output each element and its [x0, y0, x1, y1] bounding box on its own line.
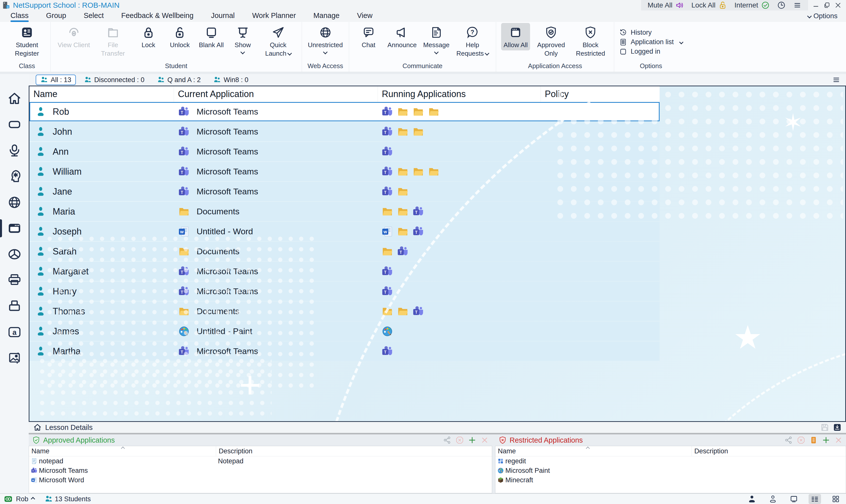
ribbon-button-block-restricted[interactable]: Block Restricted: [572, 23, 609, 59]
ribbon-button-show[interactable]: Show: [228, 23, 257, 55]
ribbon-button-label: Help Requests: [456, 41, 489, 58]
ribbon-button-blank-all[interactable]: Blank All: [197, 23, 226, 50]
sidebar-item-pie[interactable]: [0, 241, 29, 267]
clock-button[interactable]: [777, 1, 786, 10]
sidebar-item-screen[interactable]: [0, 111, 29, 138]
chevron-down-icon: [679, 40, 683, 44]
block-button[interactable]: [797, 436, 805, 444]
app-row-regedit[interactable]: regedit: [496, 456, 846, 466]
view-monitor-view-button[interactable]: [788, 494, 800, 504]
ribbon-group-label: Student: [56, 61, 297, 72]
column-header-policy[interactable]: Policy: [541, 86, 660, 102]
sidebar-item-app-window[interactable]: [0, 215, 29, 241]
ribbon-tab-class[interactable]: Class: [9, 12, 30, 22]
ribbon-button-unlock[interactable]: Unlock: [165, 23, 194, 50]
block-button[interactable]: [456, 436, 464, 444]
ribbon-button-label: Message: [423, 41, 450, 49]
column-header-name[interactable]: Name: [30, 86, 174, 102]
student-row-henry[interactable]: HenryTMicrosoft TeamsT: [30, 282, 660, 301]
view-grid-view-button[interactable]: [830, 494, 842, 504]
app-row-microsoft-paint[interactable]: Microsoft Paint: [496, 466, 846, 475]
ribbon-button-quick-launch[interactable]: Quick Launch: [260, 23, 297, 59]
column-header-name[interactable]: Name: [496, 446, 691, 456]
ribbon-button-unrestricted[interactable]: Unrestricted: [307, 23, 344, 55]
ribbon-button-chat[interactable]: Chat: [354, 23, 383, 50]
app-row-minecraft[interactable]: Minecraft: [496, 475, 846, 485]
group-tab-win8-0[interactable]: Win8 : 0: [209, 75, 253, 85]
app-row-notepad[interactable]: notepadNotepad: [29, 456, 492, 466]
group-tab-disconnected-0[interactable]: Disconnected : 0: [79, 75, 149, 85]
mute-all-toggle[interactable]: Mute All: [648, 1, 684, 10]
window-minimize-button[interactable]: [812, 1, 821, 10]
ribbon-tab-work-planner[interactable]: Work Planner: [251, 12, 298, 22]
column-header-description[interactable]: Description: [216, 446, 492, 456]
app-row-microsoft-teams[interactable]: TMicrosoft Teams: [29, 466, 492, 475]
group-tab-all-13[interactable]: All : 13: [36, 75, 76, 85]
student-row-thomas[interactable]: ThomasDocumentsT: [30, 302, 660, 321]
ribbon-tab-journal[interactable]: Journal: [210, 12, 236, 22]
share-button[interactable]: [443, 436, 451, 444]
column-header-running-applications[interactable]: Running Applications: [378, 86, 541, 102]
student-row-jane[interactable]: JaneTMicrosoft TeamsT: [30, 182, 660, 201]
group-tab-q-and-a-2[interactable]: Q and A : 2: [152, 75, 205, 85]
view-person-outline-button[interactable]: [767, 494, 779, 504]
ribbon-tab-view[interactable]: View: [355, 12, 374, 22]
plus-button[interactable]: [822, 436, 830, 444]
sidebar-item-letter-a[interactable]: a: [0, 319, 29, 345]
column-header-current-application[interactable]: Current Application: [174, 86, 378, 102]
ribbon-tab-feedback-wellbeing[interactable]: Feedback & Wellbeing: [120, 12, 195, 22]
student-row-martha[interactable]: MarthaTMicrosoft TeamsT: [30, 342, 660, 361]
ribbon-button-student-register[interactable]: Student Register: [8, 23, 46, 59]
chevron-down-icon: [485, 51, 489, 55]
ribbon-option-application-list[interactable]: Application list: [619, 38, 683, 46]
close-x-button[interactable]: [481, 436, 489, 444]
sidebar-item-head-wellbeing[interactable]: [0, 163, 29, 190]
student-row-james[interactable]: JamesUntitled - Paint: [30, 322, 660, 341]
window-maximize-button[interactable]: [823, 1, 831, 10]
app-row-microsoft-word[interactable]: WMicrosoft Word: [29, 475, 492, 485]
lock-all-toggle[interactable]: Lock All: [691, 1, 727, 10]
sidebar-item-image[interactable]: [0, 345, 29, 371]
save-icon[interactable]: [821, 423, 829, 432]
ribbon-option-history[interactable]: History: [619, 29, 683, 37]
share-button[interactable]: [785, 436, 793, 444]
export-icon[interactable]: [833, 423, 842, 432]
student-row-rob[interactable]: RobTMicrosoft TeamsT: [30, 102, 660, 121]
student-row-sarah[interactable]: SarahDocumentsT: [30, 242, 660, 261]
ribbon-button-lock[interactable]: Lock: [134, 23, 163, 50]
tutor-selector[interactable]: Rob: [16, 495, 34, 503]
ribbon-button-message[interactable]: Message: [421, 23, 452, 55]
ribbon-button-allow-all[interactable]: Allow All: [501, 23, 530, 50]
ribbon-button-help-requests[interactable]: ?Help Requests: [454, 23, 491, 59]
ribbon-button-announce[interactable]: Announce: [385, 23, 419, 50]
student-row-ann[interactable]: AnnTMicrosoft TeamsT: [30, 142, 660, 161]
column-header-description[interactable]: Description: [691, 446, 846, 456]
list-menu-button[interactable]: [832, 76, 841, 84]
ribbon-button-file-transfer[interactable]: File Transfer: [94, 23, 131, 59]
ribbon-button-view-client[interactable]: View Client: [56, 23, 92, 50]
plus-button[interactable]: [468, 436, 476, 444]
view-list-view-button[interactable]: [809, 494, 821, 504]
ribbon-option-logged-in[interactable]: Logged in: [619, 48, 683, 56]
student-row-william[interactable]: WilliamTMicrosoft TeamsT: [30, 162, 660, 181]
ribbon-tab-group[interactable]: Group: [45, 12, 68, 22]
sidebar-item-device[interactable]: [0, 293, 29, 319]
student-row-margaret[interactable]: MargaretTMicrosoft TeamsT: [30, 262, 660, 281]
list-orange-button[interactable]: [810, 436, 817, 444]
sidebar-item-globe-web[interactable]: [0, 190, 29, 215]
ribbon-options-toggle[interactable]: Options: [808, 12, 838, 22]
student-row-joseph[interactable]: JosephWUntitled - WordWT: [30, 222, 660, 241]
sidebar-item-home[interactable]: [0, 86, 29, 111]
ribbon-button-approved-only[interactable]: Approved Only: [533, 23, 570, 59]
student-row-john[interactable]: JohnTMicrosoft TeamsT: [30, 122, 660, 141]
sidebar-item-microphone[interactable]: [0, 138, 29, 163]
close-x-button[interactable]: [834, 436, 843, 444]
student-row-maria[interactable]: MariaDocumentsT: [30, 202, 660, 221]
sidebar-item-printer[interactable]: [0, 267, 29, 293]
ribbon-tab-manage[interactable]: Manage: [312, 12, 341, 22]
window-close-button[interactable]: [833, 1, 843, 10]
hamburger-button[interactable]: [793, 1, 802, 10]
internet-toggle[interactable]: Internet: [735, 1, 770, 10]
view-person-filled-button[interactable]: [746, 494, 758, 504]
ribbon-tab-select[interactable]: Select: [82, 12, 105, 22]
